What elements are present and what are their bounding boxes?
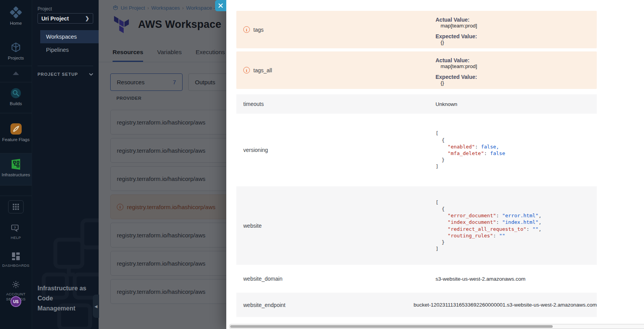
diff-value: map[team:prod]: [441, 63, 597, 69]
attribute-key: itags_all: [236, 51, 436, 89]
attribute-value: Actual Value:map[team:prod]Expected Valu…: [436, 11, 597, 48]
sidebar-item-infrastructures[interactable]: Infrastructures: [0, 159, 32, 177]
sidebar-item-pipelines[interactable]: Pipelines: [46, 47, 69, 53]
attribute-key: itags: [236, 11, 436, 48]
attribute-value: [ { "enabled": false, "mfa_delete": fals…: [436, 114, 597, 186]
chevron-left-icon: ◀: [94, 304, 97, 309]
infrastructures-icon: [10, 159, 22, 170]
resource-detail-drawer: itagsActual Value:map[team:prod]Expected…: [226, 0, 644, 329]
sidebar-item-workspaces[interactable]: Workspaces: [40, 30, 99, 43]
collapse-up-arrow-icon[interactable]: [13, 72, 19, 75]
chevron-down-icon: [89, 73, 93, 76]
attribute-row: website_endpointbucket-12023111316533692…: [236, 293, 597, 317]
sidebar-item-home[interactable]: Home: [0, 6, 32, 26]
attribute-row: itags_allActual Value:map[team:prod]Expe…: [236, 51, 597, 89]
drawer-attribute-table: itagsActual Value:map[team:prod]Expected…: [236, 0, 597, 317]
sidebar-item-dashboards[interactable]: DASHBOARDS: [0, 252, 32, 268]
project-section-label: Project: [38, 6, 52, 12]
attribute-row: website_domains3-website-us-west-2.amazo…: [236, 265, 597, 293]
project-selector[interactable]: Uri Project ❯: [38, 13, 93, 24]
rail-divider: [0, 66, 32, 66]
attribute-key-label: website_domain: [243, 276, 282, 282]
attribute-key-label: website: [243, 223, 261, 229]
attribute-text-value: Unknown: [436, 101, 597, 107]
panel-divider: [38, 66, 93, 66]
actual-value-line: Actual Value:map[team:prod]: [436, 57, 597, 69]
builds-icon: [10, 87, 22, 99]
attribute-value: bucket-12023111316533692260000001.s3-web…: [413, 293, 597, 317]
cube-icon: [10, 42, 22, 53]
attribute-key-label: versioning: [243, 147, 268, 153]
diff-label: Expected Value:: [436, 33, 597, 39]
attribute-key: timeouts: [236, 94, 436, 114]
attribute-row: website[ { "error_document": "error.html…: [236, 186, 597, 265]
diff-label: Actual Value:: [436, 57, 597, 63]
warning-icon: i: [243, 26, 250, 33]
attribute-row: timeoutsUnknown: [236, 94, 597, 114]
sidebar-item-feature-flags[interactable]: Feature Flags: [0, 123, 32, 142]
drawer-close-button[interactable]: [215, 0, 226, 11]
attribute-value: [ { "error_document": "error.html", "ind…: [436, 186, 597, 265]
attribute-text-value: bucket-12023111316533692260000001.s3-web…: [413, 302, 597, 308]
project-sidebar-panel: Project Uri Project ❯ Workspaces Pipelin…: [32, 0, 99, 329]
horizontal-scrollbar[interactable]: [229, 324, 644, 329]
panel-collapse-handle[interactable]: ◀: [93, 295, 99, 318]
project-setup-section-toggle[interactable]: PROJECT SETUP: [38, 72, 93, 77]
attribute-key: website_domain: [236, 265, 436, 293]
rail-divider: [0, 82, 32, 82]
attribute-value: s3-website-us-west-2.amazonaws.com: [436, 265, 597, 293]
svg-text:?: ?: [14, 226, 16, 230]
scrollbar-thumb[interactable]: [230, 325, 553, 328]
dashboards-icon: [12, 252, 20, 261]
sidebar-item-projects[interactable]: Projects: [0, 42, 32, 61]
actual-value-line: Actual Value:map[team:prod]: [436, 17, 597, 29]
attribute-key: website_endpoint: [236, 293, 413, 317]
diff-value: map[team:prod]: [441, 23, 597, 29]
attribute-key: website: [236, 186, 436, 265]
gear-icon: [11, 280, 20, 289]
attribute-key-label: tags: [253, 27, 263, 33]
home-icon: [10, 6, 22, 19]
app-nav-rail: Home Projects Builds Feature Flags Infra…: [0, 0, 32, 329]
rail-divider: [0, 113, 32, 113]
diff-value: {}: [441, 80, 597, 86]
avatar[interactable]: US: [10, 296, 21, 307]
diff-label: Actual Value:: [436, 17, 597, 23]
chevron-right-icon: ❯: [85, 15, 89, 21]
close-icon: [218, 3, 223, 8]
apps-grid-icon: [13, 204, 19, 210]
expected-value-line: Expected Value:{}: [436, 33, 597, 45]
feature-flags-icon: [10, 123, 22, 135]
attribute-key: versioning: [236, 114, 436, 186]
attribute-value: Actual Value:map[team:prod]Expected Valu…: [436, 51, 597, 89]
rail-divider: [0, 196, 32, 196]
user-menu[interactable]: US: [0, 296, 32, 307]
attribute-key-label: website_endpoint: [243, 302, 285, 308]
expected-value-line: Expected Value:{}: [436, 74, 597, 86]
attribute-text-value: s3-website-us-west-2.amazonaws.com: [436, 276, 597, 282]
attribute-json-value: [ { "enabled": false, "mfa_delete": fals…: [436, 130, 597, 170]
warning-icon: i: [243, 67, 250, 73]
sidebar-item-help[interactable]: ? HELP: [0, 224, 32, 240]
product-tagline: Infrastructure as Code Management: [38, 283, 92, 314]
attribute-row: versioning[ { "enabled": false, "mfa_del…: [236, 114, 597, 186]
sidebar-item-builds[interactable]: Builds: [0, 87, 32, 106]
attribute-key-label: timeouts: [243, 101, 264, 107]
help-bubble-icon: ?: [11, 224, 20, 233]
app-grid-button[interactable]: [0, 200, 32, 213]
attribute-value: Unknown: [436, 94, 597, 114]
diff-value: {}: [441, 39, 597, 45]
diff-label: Expected Value:: [436, 74, 597, 80]
attribute-json-value: [ { "error_document": "error.html", "ind…: [436, 199, 597, 252]
attribute-row: itagsActual Value:map[team:prod]Expected…: [236, 11, 597, 48]
attribute-key-label: tags_all: [253, 67, 272, 73]
